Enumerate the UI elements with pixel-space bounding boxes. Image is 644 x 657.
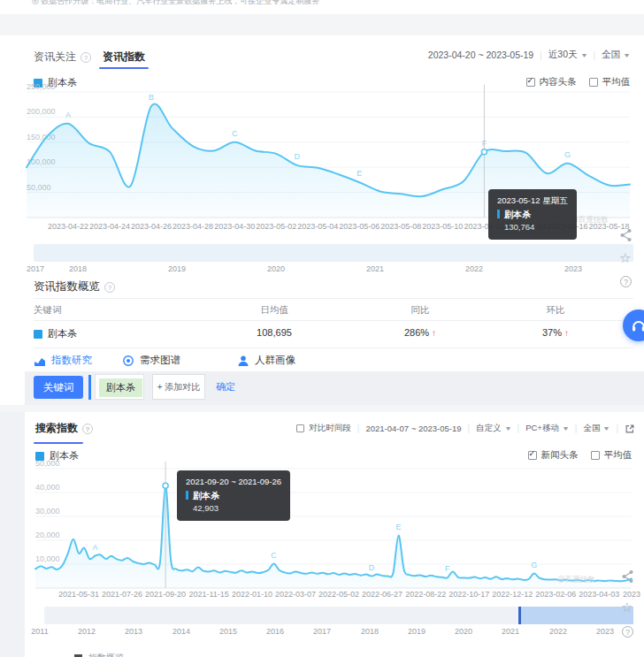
keyword-input[interactable]: 剧本杀	[95, 374, 144, 400]
keyword-button[interactable]: 关键词	[34, 376, 83, 399]
panel1-controls: 2023-04-20 ~ 2023-05-19 | 近30天 ▼ | 全国 ▼	[428, 49, 630, 61]
device-dropdown[interactable]: PC+移动 ▼	[525, 423, 569, 434]
svg-text:D: D	[369, 563, 375, 572]
average-checkbox[interactable]	[591, 451, 600, 460]
favorite-star-icon[interactable]: ☆	[619, 252, 631, 264]
tooltip-value: 130,764	[497, 221, 568, 234]
tooltip-series-name: 剧本杀	[504, 208, 531, 222]
svg-text:2023-04-26: 2023-04-26	[131, 222, 172, 231]
svg-text:200,000: 200,000	[27, 107, 56, 116]
news-headline-checkbox[interactable]	[528, 451, 537, 460]
year-label: 2016	[266, 627, 284, 636]
svg-text:2023-02-06: 2023-02-06	[535, 590, 576, 599]
info-icon[interactable]: ?	[82, 424, 93, 434]
svg-text:2023-05-02: 2023-05-02	[256, 222, 296, 231]
share-icon[interactable]	[621, 569, 634, 587]
timeline-brush[interactable]	[34, 244, 633, 262]
svg-text:F: F	[482, 139, 487, 148]
year-label: 2015	[219, 627, 237, 636]
svg-text:2023-04-24: 2023-04-24	[89, 222, 130, 231]
svg-text:2023-05-08: 2023-05-08	[380, 222, 421, 231]
svg-text:20,000: 20,000	[35, 531, 60, 539]
svg-text:E: E	[356, 169, 362, 178]
svg-text:2023-04-28: 2023-04-28	[172, 222, 213, 231]
target-icon	[122, 355, 134, 367]
tab-news-index[interactable]: 资讯指数	[103, 50, 145, 65]
year-label: 2017	[313, 627, 331, 636]
year-label: 2019	[408, 627, 426, 636]
svg-text:E: E	[395, 523, 401, 531]
year-label: 2021	[366, 264, 384, 273]
series-legend[interactable]: 剧本杀	[35, 449, 79, 462]
brush-handle[interactable]	[518, 607, 521, 624]
custom-range-dropdown[interactable]: 自定义 ▼	[476, 423, 510, 434]
tab-news-follow[interactable]: 资讯关注 ?	[34, 50, 91, 65]
row-keyword-swatch	[34, 330, 42, 339]
year-label: 2023	[596, 627, 614, 636]
year-label: 2014	[172, 627, 190, 636]
svg-text:2021-07-26: 2021-07-26	[102, 590, 142, 599]
panel2-checkboxes: 新闻头条 平均值	[528, 449, 632, 462]
svg-text:C: C	[271, 551, 277, 560]
up-arrow-icon: ↑	[564, 328, 569, 338]
nav-index-research[interactable]: 指数研究	[34, 354, 92, 367]
help-icon[interactable]: ?	[622, 626, 633, 638]
region-dropdown[interactable]: 全国 ▼	[583, 423, 610, 434]
svg-text:F: F	[445, 564, 450, 573]
svg-text:2021-05-31: 2021-05-31	[58, 590, 99, 599]
year-label: 2011	[31, 627, 48, 636]
year-label: 2022	[549, 627, 567, 636]
confirm-button[interactable]: 确定	[216, 380, 235, 393]
region-dropdown[interactable]: 全国 ▼	[602, 49, 630, 61]
svg-text:2022-10-17: 2022-10-17	[448, 590, 489, 599]
info-icon[interactable]: ?	[104, 282, 115, 293]
tab-search-index[interactable]: 搜索指数 ?	[35, 421, 93, 436]
timeline-year-labels: 2011201220132014201520162017201820192020…	[0, 627, 644, 638]
nav-demand-graph[interactable]: 需求图谱	[122, 354, 180, 367]
chevron-down-icon: ▼	[504, 425, 512, 432]
year-label: 2013	[125, 627, 142, 636]
tooltip-value: 42,903	[186, 502, 281, 516]
nav-crowd-profile[interactable]: 人群画像	[237, 354, 295, 367]
svg-text:2023: 2023	[623, 590, 640, 599]
svg-text:2023-05-10: 2023-05-10	[422, 222, 463, 231]
year-label: 2020	[455, 627, 472, 636]
chevron-down-icon: ▼	[562, 425, 570, 432]
active-tab-underline	[34, 442, 83, 444]
favorite-star-icon[interactable]: ☆	[621, 601, 632, 614]
promo-banner-text: ◎ 数据合作升级：电商行业、汽车行业全景数据服务上线，可接企业专属定制服务	[32, 0, 319, 7]
date-range-picker[interactable]: 2021-04-07 ~ 2023-05-19	[365, 424, 461, 433]
up-arrow-icon: ↑	[432, 328, 436, 338]
tooltip-series-bar	[497, 210, 500, 218]
tooltip-date: 2023-05-12 星期五	[497, 195, 568, 208]
tooltip-series-name: 剧本杀	[193, 489, 219, 503]
chevron-down-icon: ▼	[602, 425, 610, 432]
svg-text:2022-01-10: 2022-01-10	[232, 590, 272, 599]
svg-text:A: A	[92, 543, 97, 552]
tooltip-date: 2021-09-20 ~ 2021-09-26	[186, 476, 281, 489]
brush-selection[interactable]	[520, 607, 633, 624]
chevron-down-icon: ▼	[579, 52, 587, 58]
section-icon	[74, 654, 82, 657]
page-gap-strip	[0, 14, 644, 35]
share-icon[interactable]	[619, 228, 632, 246]
export-icon[interactable]	[625, 424, 635, 434]
chevron-down-icon: ▼	[623, 52, 631, 58]
compare-period-checkbox[interactable]: 对比时间段	[296, 423, 351, 434]
customer-service-button[interactable]	[623, 309, 644, 341]
keyword-tag[interactable]: 剧本杀	[99, 378, 142, 397]
table-row: 剧本杀	[34, 327, 77, 340]
svg-text:2023-05-04: 2023-05-04	[297, 222, 338, 231]
help-icon[interactable]: ?	[620, 276, 632, 287]
svg-text:250,000: 250,000	[27, 82, 56, 91]
col-mom: 环比	[547, 304, 565, 317]
info-icon[interactable]: ?	[80, 52, 91, 63]
svg-text:2023-04-22: 2023-04-22	[48, 222, 88, 231]
add-compare-button[interactable]: + 添加对比	[152, 374, 205, 400]
range-dropdown[interactable]: 近30天 ▼	[548, 49, 587, 61]
search-index-chart[interactable]: 50,00040,00030,00020,00010,0002021-05-31…	[0, 458, 644, 607]
year-label: 2020	[267, 264, 285, 273]
date-range-picker[interactable]: 2023-04-20 ~ 2023-05-19	[428, 50, 533, 60]
svg-text:2023-04-30: 2023-04-30	[214, 222, 255, 231]
chart1-tooltip: 2023-05-12 星期五 剧本杀 130,764	[488, 189, 577, 240]
